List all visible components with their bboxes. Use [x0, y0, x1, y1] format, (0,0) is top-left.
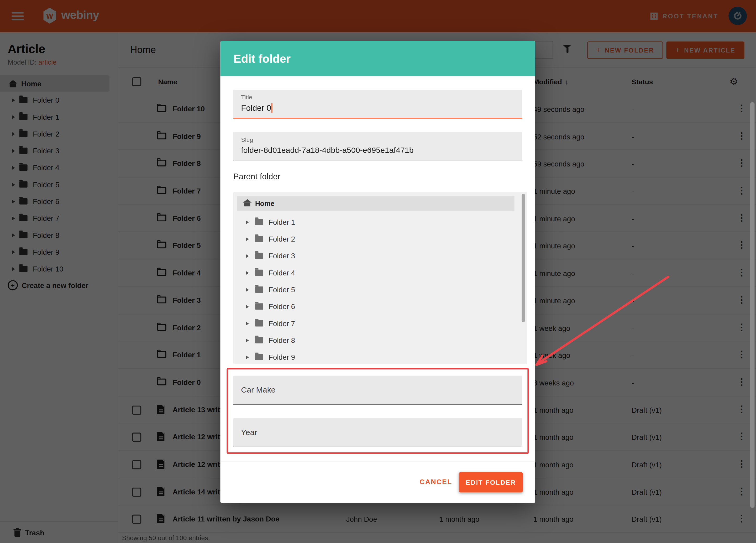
screenshot-stage: W webiny ROOT TENANT Article Model ID: a…: [0, 0, 756, 543]
year-field[interactable]: Year: [233, 418, 522, 447]
folder-icon: [255, 253, 263, 259]
folder-icon: [255, 303, 263, 310]
tree-item-home[interactable]: Home: [237, 196, 515, 211]
slug-field[interactable]: Slug folder-8d01eadd-7a18-4dbb-a500-e695…: [233, 132, 522, 161]
tree-item-folder-9[interactable]: Folder 9: [237, 349, 515, 364]
webiny-admin-screen: W webiny ROOT TENANT Article Model ID: a…: [0, 0, 756, 543]
page-scrollbar[interactable]: [750, 102, 755, 508]
tree-item-folder-2[interactable]: Folder 2: [237, 231, 515, 247]
tree-scrollbar-thumb[interactable]: [522, 194, 525, 322]
chevron-right-icon[interactable]: [246, 254, 249, 258]
year-label: Year: [241, 428, 257, 437]
chevron-right-icon[interactable]: [246, 355, 249, 359]
dialog-header: Edit folder: [220, 41, 535, 76]
chevron-right-icon[interactable]: [246, 305, 249, 309]
title-field[interactable]: Title Folder 0: [233, 90, 522, 119]
chevron-right-icon[interactable]: [246, 288, 249, 292]
tree-item-folder-7[interactable]: Folder 7: [237, 315, 515, 332]
tree-item-folder-6[interactable]: Folder 6: [237, 298, 515, 315]
chevron-right-icon[interactable]: [246, 321, 249, 325]
folder-icon: [255, 337, 263, 343]
tree-item-folder-8[interactable]: Folder 8: [237, 332, 515, 349]
chevron-right-icon[interactable]: [246, 338, 249, 342]
home-icon: [244, 202, 250, 206]
car-make-field[interactable]: Car Make: [233, 376, 522, 405]
chevron-right-icon[interactable]: [246, 220, 249, 224]
folder-icon: [255, 270, 263, 276]
folder-icon: [255, 354, 263, 360]
parent-folder-label: Parent folder: [233, 172, 280, 182]
tree-item-folder-1[interactable]: Folder 1: [237, 214, 515, 231]
text-cursor: [272, 103, 272, 113]
tree-item-folder-4[interactable]: Folder 4: [237, 264, 515, 281]
folder-icon: [255, 286, 263, 293]
tree-item-folder-3[interactable]: Folder 3: [237, 247, 515, 264]
title-field-value: Folder 0: [241, 103, 272, 113]
title-field-label: Title: [241, 94, 252, 101]
cancel-button[interactable]: CANCEL: [412, 472, 460, 491]
slug-field-value: folder-8d01eadd-7a18-4dbb-a500-e695e1af4…: [241, 146, 413, 155]
tree-item-folder-5[interactable]: Folder 5: [237, 281, 515, 298]
parent-folder-tree: Home Folder 1 Folder 2 Folder 3 Folder 4…: [233, 192, 527, 364]
edit-folder-button[interactable]: EDIT FOLDER: [459, 472, 523, 492]
edit-folder-dialog: Edit folder Title Folder 0 Slug folder-8…: [220, 41, 535, 503]
chevron-right-icon[interactable]: [246, 237, 249, 241]
chevron-right-icon[interactable]: [246, 271, 249, 275]
slug-field-label: Slug: [241, 137, 253, 143]
tree-home-label: Home: [255, 200, 275, 207]
dialog-title: Edit folder: [233, 52, 291, 65]
footer-divider: [220, 462, 535, 462]
folder-icon: [255, 320, 263, 327]
folder-icon: [255, 236, 263, 242]
car-make-label: Car Make: [241, 385, 275, 395]
folder-icon: [255, 219, 263, 225]
